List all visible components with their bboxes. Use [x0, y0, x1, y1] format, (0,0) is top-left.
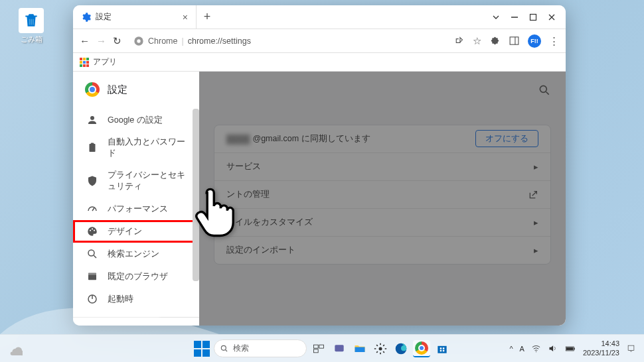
explorer-icon[interactable] — [351, 340, 368, 357]
svg-line-25 — [226, 349, 227, 351]
share-icon[interactable] — [453, 35, 465, 46]
ime-indicator[interactable]: A — [520, 345, 524, 353]
tab-close-icon[interactable]: × — [183, 12, 188, 23]
bookmark-star-icon[interactable]: ☆ — [473, 35, 481, 47]
store-icon[interactable] — [434, 340, 451, 357]
apps-label[interactable]: アプリ — [93, 56, 117, 68]
sidebar-item-label: パフォーマンス — [108, 204, 168, 215]
svg-point-12 — [88, 250, 94, 256]
svg-rect-6 — [90, 144, 96, 152]
settings-main: ████ @gmail.com に同期しています オフにする サービス ▸ ント… — [199, 72, 566, 326]
tray-date: 2023/11/23 — [583, 349, 619, 357]
svg-rect-4 — [510, 37, 519, 44]
svg-rect-1 — [530, 14, 536, 20]
sidebar-item-label: デザイン — [108, 226, 142, 237]
clipboard-icon — [86, 142, 98, 154]
sidebar-item-design[interactable]: デザイン — [73, 220, 199, 243]
sidebar-item-autofill[interactable]: 自動入力とパスワード — [73, 131, 199, 164]
svg-rect-27 — [319, 345, 324, 348]
svg-line-8 — [92, 208, 94, 211]
battery-icon[interactable] — [564, 343, 576, 355]
window-close-button[interactable] — [547, 13, 556, 22]
extensions-icon[interactable] — [489, 35, 501, 46]
search-placeholder: 検索 — [233, 343, 249, 354]
tray-time: 14:43 — [583, 339, 619, 348]
svg-point-33 — [536, 351, 536, 352]
sidebar-item-label: 検索エンジン — [108, 249, 159, 260]
svg-rect-7 — [91, 143, 94, 145]
svg-point-9 — [90, 229, 91, 231]
taskbar-search[interactable]: 検索 — [214, 339, 307, 357]
person-icon — [86, 114, 98, 126]
tab-favicon-settings-icon — [81, 12, 92, 23]
sidebar-title: 設定 — [108, 84, 127, 96]
titlebar: 設定 × + — [73, 5, 566, 29]
browser-toolbar: ← → ↻ Chrome | chrome://settings ☆ F!! ⋮ — [73, 29, 566, 53]
sidebar-item-privacy[interactable]: プライバシーとセキュリティ — [73, 164, 199, 198]
svg-point-11 — [94, 229, 95, 231]
bookmarks-bar: アプリ — [73, 53, 566, 72]
tray-chevron-icon[interactable]: ^ — [509, 345, 513, 353]
sidebar-item-label: 自動入力とパスワード — [108, 137, 189, 159]
svg-rect-29 — [335, 345, 343, 351]
desktop-recycle-bin[interactable]: ごみ箱 — [19, 8, 44, 44]
apps-grid-icon[interactable] — [80, 58, 89, 67]
svg-point-3 — [137, 39, 140, 42]
svg-rect-37 — [628, 345, 634, 351]
nav-forward-button: → — [96, 35, 106, 46]
svg-point-10 — [92, 228, 93, 229]
tray-clock[interactable]: 14:43 2023/11/23 — [583, 339, 619, 357]
profile-avatar[interactable]: F!! — [528, 34, 541, 48]
recycle-bin-label: ごみ箱 — [19, 34, 44, 44]
sidebar-item-google[interactable]: Google の設定 — [73, 109, 199, 131]
shield-icon — [86, 175, 98, 187]
volume-icon[interactable] — [548, 343, 558, 353]
chrome-menu-icon[interactable]: ⋮ — [549, 35, 559, 47]
system-tray: ^ A 14:43 2023/11/23 — [509, 339, 636, 357]
chevron-down-icon[interactable] — [491, 13, 501, 22]
start-button[interactable] — [193, 340, 210, 357]
windows-taskbar: 検索 ^ A 14:43 2023/11/23 — [0, 334, 644, 362]
window-maximize-button[interactable] — [528, 13, 538, 22]
browser-tab[interactable]: 設定 × — [73, 5, 197, 29]
svg-point-24 — [221, 345, 226, 350]
weather-widget-icon[interactable] — [8, 341, 23, 356]
sidebar-item-performance[interactable]: パフォーマンス — [73, 198, 199, 220]
chat-icon[interactable] — [331, 340, 348, 357]
svg-line-13 — [94, 255, 96, 258]
svg-rect-35 — [574, 347, 575, 349]
taskbar-center: 検索 — [193, 339, 451, 357]
recycle-bin-icon — [19, 8, 44, 33]
wallpaper-curve — [0, 261, 219, 334]
speedometer-icon — [86, 203, 98, 215]
nav-back-button[interactable]: ← — [80, 35, 90, 46]
address-path: chrome://settings — [188, 36, 251, 46]
magnifier-icon — [86, 248, 98, 260]
chrome-taskbar-icon[interactable] — [413, 340, 430, 357]
dim-overlay — [199, 72, 566, 326]
svg-rect-36 — [566, 347, 574, 350]
nav-reload-button[interactable]: ↻ — [113, 35, 121, 47]
sidebar-item-label: Google の設定 — [108, 115, 163, 126]
chrome-security-icon — [133, 36, 144, 46]
side-panel-icon[interactable] — [509, 35, 520, 46]
new-tab-button[interactable]: + — [197, 5, 218, 29]
edge-icon[interactable] — [392, 340, 410, 357]
sidebar-item-label: プライバシーとセキュリティ — [108, 170, 189, 192]
svg-rect-28 — [314, 349, 319, 352]
window-minimize-button[interactable] — [510, 13, 519, 22]
svg-rect-26 — [314, 345, 319, 348]
tab-title: 設定 — [96, 11, 112, 23]
task-view-icon[interactable] — [310, 340, 327, 357]
sidebar-header: 設定 — [73, 72, 199, 109]
address-scheme: Chrome — [148, 36, 177, 46]
notifications-icon[interactable] — [626, 343, 636, 353]
settings-icon[interactable] — [372, 340, 389, 357]
sidebar-scrollbar[interactable] — [193, 109, 199, 281]
svg-rect-32 — [438, 345, 446, 353]
palette-icon — [86, 225, 98, 237]
address-bar[interactable]: Chrome | chrome://settings — [128, 36, 447, 46]
svg-point-30 — [379, 347, 382, 350]
chrome-logo-icon — [85, 82, 100, 97]
wifi-icon[interactable] — [531, 343, 541, 353]
